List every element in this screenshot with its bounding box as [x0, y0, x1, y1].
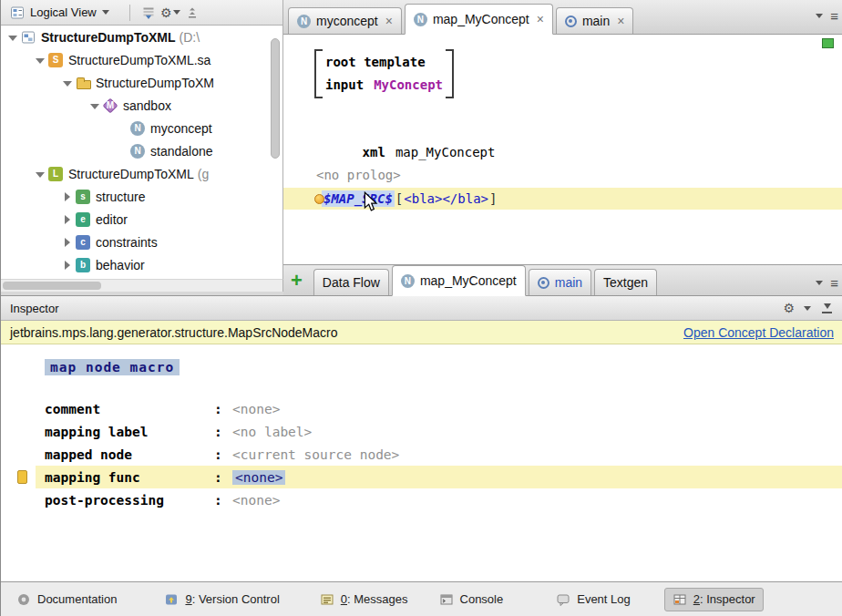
close-tab-icon[interactable]: ×	[617, 15, 624, 27]
property-colon: :	[214, 447, 232, 462]
statusbar-documentation[interactable]: Documentation	[8, 588, 125, 611]
statusbar-console[interactable]: Console	[431, 588, 512, 611]
logical-view-icon	[10, 5, 25, 20]
tree-item-label: myconcept	[150, 121, 212, 136]
root-template-keyword: root template	[325, 55, 426, 69]
property-colon: :	[214, 470, 232, 485]
bottom-tab-data-flow[interactable]: Data Flow	[313, 269, 389, 295]
expand-arrow-icon[interactable]	[61, 77, 74, 89]
project-icon	[21, 30, 36, 45]
editor-aspect-icon: e	[76, 212, 90, 227]
tree-item-label: structure	[96, 190, 145, 204]
property-name: post-processing	[45, 493, 214, 508]
hide-panel-icon[interactable]	[820, 302, 834, 315]
property-row-comment[interactable]: comment : <none>	[1, 397, 842, 420]
editor-tab-bar: N myconcept × N map_MyConcept × main × ≡	[283, 0, 842, 35]
property-row-mapping-func[interactable]: mapping func : <none>	[1, 466, 842, 488]
prolog-placeholder[interactable]: <no prolog>	[316, 164, 401, 187]
tree-item-constraints[interactable]: c constraints	[1, 231, 282, 253]
open-concept-declaration-link[interactable]: Open Concept Declaration	[683, 325, 834, 340]
tab-label: main	[555, 275, 582, 290]
property-value[interactable]: <none>	[232, 493, 280, 508]
statusbar-messages[interactable]: 0: Messages	[312, 588, 416, 611]
close-tab-icon[interactable]: ×	[537, 13, 544, 26]
mouse-cursor	[364, 191, 378, 213]
macro-template-code[interactable]: <bla></bla>	[404, 191, 488, 206]
tab-myconcept[interactable]: N myconcept ×	[288, 7, 402, 34]
tree-item-editor[interactable]: e editor	[1, 208, 282, 231]
scroll-from-source-button[interactable]	[138, 3, 159, 23]
property-value[interactable]: <no label>	[232, 425, 312, 439]
tree-item-label: behavior	[96, 258, 145, 272]
property-colon: :	[214, 425, 232, 439]
tab-list-dropdown-icon[interactable]	[816, 14, 823, 18]
tab-menu-icon[interactable]: ≡	[830, 276, 838, 290]
property-row-post-processing[interactable]: post-processing : <none>	[1, 488, 842, 511]
collapse-arrow-icon[interactable]	[61, 259, 74, 272]
statusbar-inspector[interactable]: 2: Inspector	[664, 588, 764, 611]
tree-item-folder[interactable]: StructureDumpToXM	[1, 71, 282, 94]
tab-list-dropdown-icon[interactable]	[816, 281, 823, 285]
collapse-all-button[interactable]	[181, 3, 203, 23]
statusbar-event-log[interactable]: Event Log	[548, 588, 639, 611]
expand-arrow-icon[interactable]	[34, 54, 46, 67]
expand-arrow-icon[interactable]	[6, 31, 19, 44]
close-tab-icon[interactable]: ×	[385, 15, 393, 27]
settings-button[interactable]: ⚙	[159, 3, 181, 23]
project-toolbar: Logical View ⚙	[1, 0, 283, 26]
property-name: mapped node	[45, 447, 214, 462]
constraints-aspect-icon: c	[76, 235, 90, 250]
property-name: mapping func	[45, 470, 214, 485]
expand-arrow-icon[interactable]	[34, 168, 46, 180]
scrollbar-thumb[interactable]	[3, 282, 101, 290]
inspector-content[interactable]: map node macro comment : <none> mapping …	[1, 344, 842, 581]
concept-node-icon: N	[130, 121, 145, 136]
add-tab-button[interactable]: +	[291, 271, 303, 291]
tree-item-label: sandbox	[123, 98, 171, 113]
tree-item-structuredumptoxml-project[interactable]: StructureDumpToXML (D:\	[1, 26, 282, 48]
bottom-tab-textgen[interactable]: Textgen	[594, 269, 657, 295]
tab-label: main	[582, 14, 610, 28]
tree-item-structure[interactable]: s structure	[1, 185, 282, 208]
folder-icon	[76, 76, 90, 90]
collapse-arrow-icon[interactable]	[61, 236, 74, 249]
tree-vertical-scrollbar[interactable]	[271, 38, 280, 159]
statusbar-version-control[interactable]: 9: Version Control	[156, 588, 287, 611]
editor-pane[interactable]: root template inputMyConcept xmlmap_MyCo…	[283, 35, 842, 264]
map-src-macro[interactable]: $MAP_SRC$	[322, 190, 395, 207]
expand-arrow-icon[interactable]	[88, 99, 101, 112]
concept-node-icon: N	[401, 274, 415, 288]
property-value[interactable]: <none>	[232, 402, 280, 416]
bottom-tab-map-myconcept[interactable]: N map_MyConcept	[392, 265, 526, 296]
tab-label: Data Flow	[323, 275, 380, 290]
bottom-tab-main[interactable]: main	[529, 269, 591, 295]
tab-map-myconcept[interactable]: N map_MyConcept ×	[405, 4, 553, 35]
tree-item-myconcept[interactable]: N myconcept	[1, 117, 282, 139]
node-header[interactable]: map node macro	[45, 359, 180, 375]
concept-fqname: jetbrains.mps.lang.generator.structure.M…	[10, 325, 338, 340]
tab-main[interactable]: main ×	[556, 7, 634, 34]
tab-menu-icon[interactable]: ≡	[830, 9, 838, 23]
tree-horizontal-scrollbar[interactable]	[1, 279, 283, 292]
tree-item-label: StructureDumpToXML.sa	[68, 53, 210, 67]
tree-item-sandbox[interactable]: M sandbox	[1, 94, 282, 117]
scroll-from-source-icon	[141, 5, 156, 20]
tree-item-label: constraints	[96, 235, 158, 250]
tree-indent	[116, 145, 128, 158]
tree-item-behavior[interactable]: b behavior	[1, 253, 282, 276]
gear-icon[interactable]: ⚙	[783, 302, 795, 314]
concept-node-icon: N	[414, 13, 427, 26]
property-row-mapping-label[interactable]: mapping label : <no label>	[1, 420, 842, 443]
tree-item-standalone[interactable]: N standalone	[1, 139, 282, 162]
collapse-arrow-icon[interactable]	[61, 213, 74, 226]
view-selector[interactable]: Logical View	[6, 4, 113, 22]
collapse-arrow-icon[interactable]	[61, 190, 74, 203]
property-value[interactable]: <none>	[232, 470, 285, 485]
input-concept-name[interactable]: MyConcept	[374, 77, 443, 92]
property-row-mapped-node[interactable]: mapped node : <current source node>	[1, 443, 842, 466]
console-icon	[439, 592, 454, 607]
property-value[interactable]: <current source node>	[232, 447, 399, 462]
tab-label: myconcept	[316, 14, 378, 28]
tree-item-solution-model[interactable]: S StructureDumpToXML.sa	[1, 48, 282, 71]
tree-item-language[interactable]: L StructureDumpToXML (g	[1, 162, 282, 185]
